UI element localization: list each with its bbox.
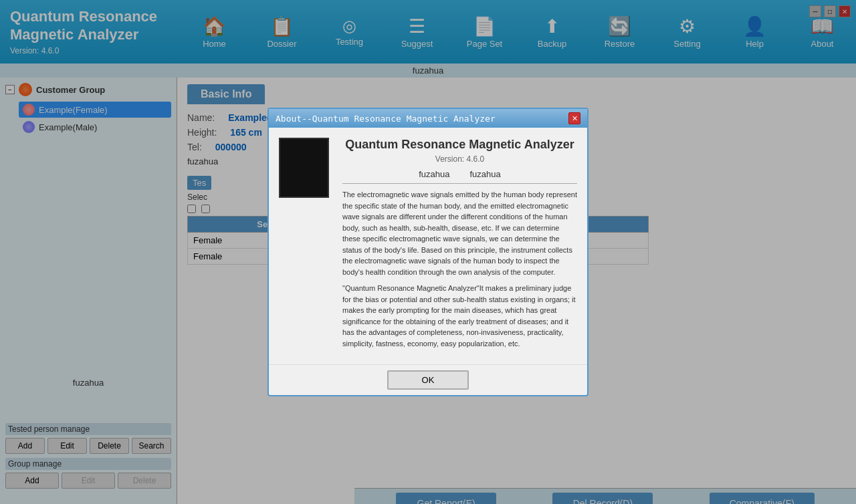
modal-overlay: About--Quantum Resonance Magnetic Analyz… — [0, 0, 856, 504]
modal-version: Version: 4.6.0 — [342, 154, 577, 164]
modal-fuzahua-left: fuzahua — [419, 169, 449, 179]
modal-description-2: "Quantum Resonance Magnetic Analyzer"It … — [342, 283, 577, 349]
modal-icon-area — [279, 138, 332, 354]
modal-close-button[interactable]: ✕ — [568, 112, 580, 124]
modal-content: Quantum Resonance Magnetic Analyzer Vers… — [269, 128, 587, 364]
equalizer-icon — [279, 138, 329, 198]
modal-text-area: Quantum Resonance Magnetic Analyzer Vers… — [342, 138, 577, 354]
modal-divider — [342, 183, 577, 184]
about-modal: About--Quantum Resonance Magnetic Analyz… — [268, 108, 588, 396]
modal-title: About--Quantum Resonance Magnetic Analyz… — [276, 114, 496, 124]
modal-ok-area: OK — [269, 364, 587, 395]
modal-description-1: The electromagnetic wave signals emitted… — [342, 189, 577, 277]
modal-titlebar: About--Quantum Resonance Magnetic Analyz… — [269, 109, 587, 128]
modal-ok-button[interactable]: OK — [387, 370, 469, 390]
modal-app-name: Quantum Resonance Magnetic Analyzer — [342, 138, 577, 152]
modal-fuzahua-right: fuzahua — [470, 169, 501, 179]
